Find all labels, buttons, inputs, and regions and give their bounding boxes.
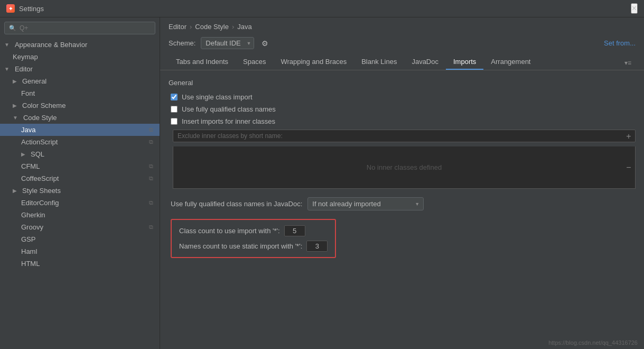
- checkbox-single-class[interactable]: [171, 94, 178, 100]
- arrow-icon-general: ▶: [13, 78, 17, 84]
- scheme-gear-button[interactable]: ⚙: [259, 38, 270, 49]
- sidebar-item-groovy[interactable]: Groovy⧉: [0, 221, 160, 233]
- sidebar-item-cfml[interactable]: CFML⧉: [0, 160, 160, 172]
- class-count-label: Class count to use import with '*':: [179, 227, 280, 235]
- sidebar-item-java[interactable]: Java⧉: [0, 124, 160, 136]
- breadcrumb-sep-2: ›: [232, 23, 234, 31]
- sidebar-label-code-style: Code Style: [23, 114, 153, 122]
- arrow-icon-color-scheme: ▶: [13, 103, 17, 108]
- breadcrumb-code-style: Code Style: [195, 23, 229, 31]
- copy-icon-editorconfig: ⧉: [149, 199, 153, 206]
- javadoc-qualifier-row: Use fully qualified class names in JavaD…: [171, 197, 636, 210]
- class-count-row: Class count to use import with '*':: [179, 225, 328, 236]
- close-button[interactable]: ×: [631, 3, 638, 14]
- scheme-bar-left: Scheme: Default IDE ⚙: [169, 37, 270, 49]
- class-count-input[interactable]: [284, 225, 305, 236]
- sidebar-item-appearance-behavior[interactable]: ▼Appearance & Behavior: [0, 39, 160, 51]
- tabs-bar: Tabs and Indents Spaces Wrapping and Bra…: [160, 54, 644, 70]
- sidebar-item-editorconfig[interactable]: EditorConfig⧉: [0, 197, 160, 209]
- content-body: General Use single class import Use full…: [160, 70, 644, 349]
- checkbox-row-single-class: Use single class import: [169, 93, 636, 101]
- sidebar-item-general[interactable]: ▶General: [0, 75, 160, 87]
- import-count-box: Class count to use import with '*': Name…: [171, 219, 336, 258]
- exclude-placeholder: Exclude inner classes by short name:: [178, 132, 631, 140]
- sidebar-label-general: General: [22, 77, 153, 85]
- inner-classes-empty-label: No inner classes defined: [367, 163, 442, 171]
- sidebar-label-font: Font: [21, 89, 153, 97]
- names-count-input[interactable]: [306, 241, 328, 252]
- sidebar-item-gherkin[interactable]: Gherkin: [0, 209, 160, 221]
- sidebar-label-cfml: CFML: [21, 162, 146, 170]
- sidebar-label-color-scheme: Color Scheme: [22, 102, 153, 109]
- copy-icon-coffeescript: ⧉: [149, 175, 153, 182]
- sidebar-label-appearance-behavior: Appearance & Behavior: [15, 41, 153, 49]
- sidebar-item-actionscript[interactable]: ActionScript⧉: [0, 136, 160, 148]
- breadcrumb-java: Java: [237, 23, 251, 31]
- tab-wrapping-braces[interactable]: Wrapping and Braces: [273, 54, 354, 70]
- javadoc-select-wrapper[interactable]: If not already imported Always Never: [307, 197, 424, 210]
- sidebar-item-code-style[interactable]: ▼Code Style: [0, 112, 160, 124]
- copy-icon-java: ⧉: [149, 126, 153, 133]
- javadoc-qualifier-label: Use fully qualified class names in JavaD…: [171, 200, 302, 208]
- copy-icon-cfml: ⧉: [149, 163, 153, 170]
- sidebar-item-gsp[interactable]: GSP: [0, 233, 160, 245]
- sidebar-item-font[interactable]: Font: [0, 87, 160, 99]
- exclude-box: Exclude inner classes by short name: +: [173, 130, 636, 142]
- scheme-label: Scheme:: [169, 39, 195, 47]
- sidebar-item-keymap[interactable]: Keymap: [0, 51, 160, 63]
- sidebar-label-haml: Haml: [21, 247, 153, 255]
- scheme-select-wrapper[interactable]: Default IDE: [201, 37, 254, 49]
- arrow-icon-appearance-behavior: ▼: [4, 42, 10, 48]
- checkbox-row-fully-qualified: Use fully qualified class names: [169, 105, 636, 113]
- title-bar-left: ✦ Settings: [6, 4, 44, 13]
- sidebar-label-html: HTML: [21, 260, 153, 268]
- sidebar-item-editor[interactable]: ▼Editor: [0, 63, 160, 75]
- sidebar-items-container: ▼Appearance & BehaviorKeymap▼Editor▶Gene…: [0, 39, 160, 270]
- sidebar-item-color-scheme[interactable]: ▶Color Scheme: [0, 99, 160, 112]
- sidebar-label-sql: SQL: [31, 150, 153, 158]
- sidebar-item-haml[interactable]: Haml: [0, 245, 160, 258]
- tab-javadoc[interactable]: JavaDoc: [404, 54, 446, 70]
- inner-classes-area: No inner classes defined −: [173, 146, 636, 189]
- checkbox-single-class-label: Use single class import: [182, 93, 253, 101]
- tab-arrangement[interactable]: Arrangement: [483, 54, 538, 70]
- sidebar-label-style-sheets: Style Sheets: [22, 187, 153, 195]
- checkbox-inner-classes[interactable]: [171, 118, 178, 125]
- javadoc-select[interactable]: If not already imported Always Never: [307, 197, 424, 210]
- content-area: Editor › Code Style › Java Scheme: Defau…: [160, 17, 644, 349]
- arrow-icon-sql: ▶: [21, 151, 25, 157]
- remove-button[interactable]: −: [622, 161, 635, 174]
- sidebar-label-actionscript: ActionScript: [21, 138, 146, 146]
- main-layout: 🔍 ▼Appearance & BehaviorKeymap▼Editor▶Ge…: [0, 17, 644, 349]
- tab-blank-lines[interactable]: Blank Lines: [354, 54, 404, 70]
- search-box[interactable]: 🔍: [4, 22, 155, 34]
- sidebar-item-style-sheets[interactable]: ▶Style Sheets: [0, 185, 160, 197]
- search-input[interactable]: [20, 24, 151, 32]
- sidebar-item-coffeescript[interactable]: CoffeeScript⧉: [0, 172, 160, 185]
- search-icon: 🔍: [9, 25, 16, 32]
- watermark: https://blog.csdn.net/qq_44316726: [548, 339, 638, 346]
- names-count-label: Names count to use static import with '*…: [179, 242, 302, 250]
- tab-spaces[interactable]: Spaces: [236, 54, 273, 70]
- scheme-select[interactable]: Default IDE: [201, 37, 254, 49]
- breadcrumb-sep-1: ›: [190, 23, 192, 31]
- sidebar-label-editorconfig: EditorConfig: [21, 199, 146, 207]
- sidebar-label-java: Java: [21, 126, 146, 134]
- checkbox-row-inner-classes: Insert imports for inner classes: [169, 117, 636, 125]
- checkbox-fully-qualified[interactable]: [171, 106, 178, 113]
- sidebar-item-html[interactable]: HTML: [0, 258, 160, 270]
- sidebar-item-sql[interactable]: ▶SQL: [0, 148, 160, 160]
- checkbox-inner-classes-label: Insert imports for inner classes: [182, 117, 275, 125]
- sidebar-label-coffeescript: CoffeeScript: [21, 174, 146, 182]
- sidebar-label-keymap: Keymap: [13, 53, 153, 61]
- copy-icon-groovy: ⧉: [149, 224, 153, 231]
- exclude-add-button[interactable]: +: [622, 130, 635, 143]
- set-from-link[interactable]: Set from...: [604, 39, 636, 47]
- arrow-icon-style-sheets: ▶: [13, 188, 17, 194]
- tab-imports[interactable]: Imports: [446, 54, 483, 70]
- tab-overflow[interactable]: ▾≡: [620, 56, 636, 70]
- copy-icon-actionscript: ⧉: [149, 139, 153, 145]
- sidebar-label-editor: Editor: [15, 65, 153, 73]
- tab-tabs-indents[interactable]: Tabs and Indents: [169, 54, 236, 70]
- sidebar-label-gsp: GSP: [21, 235, 153, 243]
